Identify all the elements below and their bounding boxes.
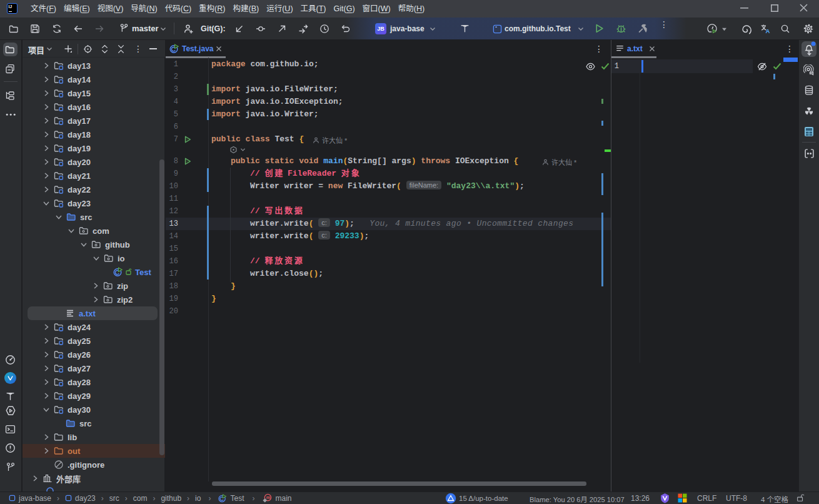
svg-text:m: m (266, 495, 271, 500)
svg-text:A: A (766, 28, 770, 34)
